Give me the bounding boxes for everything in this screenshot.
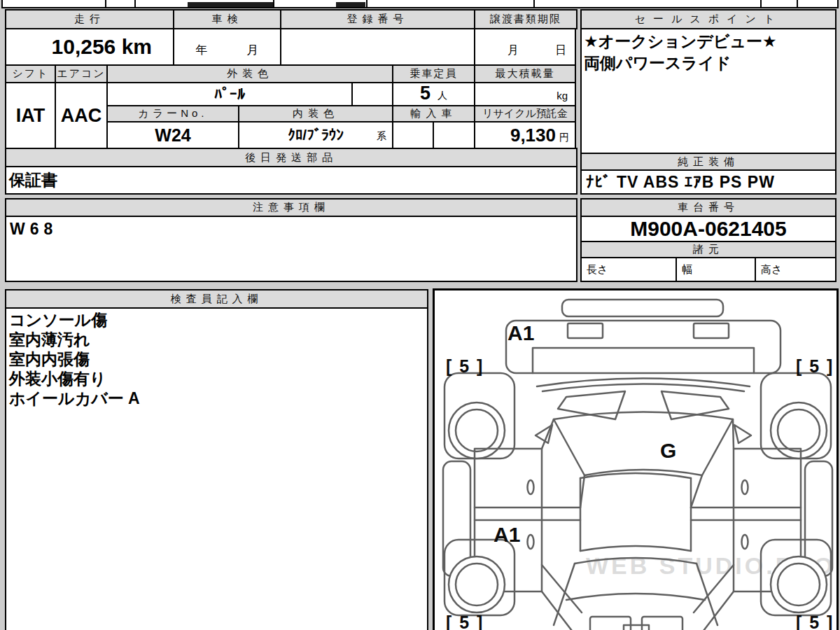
equipment-label: 純正装備	[678, 155, 739, 169]
inspector-line: 外装小傷有り	[9, 369, 427, 388]
auction-sheet-page: { "colors": { "page_bg": "#cdcdcd", "hea…	[0, 0, 840, 630]
notes-value-cell: W68	[5, 216, 578, 282]
capacity-value-cell: 5 人	[392, 82, 475, 106]
import-header: 輸入車	[392, 105, 475, 122]
capacity-unit: 人	[438, 90, 447, 102]
cropped-text-fragment	[336, 2, 365, 7]
inspection-month-label: 月	[247, 42, 259, 58]
inspection-header: 車検	[173, 9, 281, 29]
equipment-value-cell: ﾅﾋﾞ TV ABS ｴｱB PS PW	[580, 169, 836, 195]
import-label: 輸入車	[411, 107, 457, 120]
transfer-deadline-value-cell: 月 日	[474, 28, 576, 66]
exterior-color-blank-cell	[351, 82, 393, 106]
cropped-divider	[105, 0, 106, 7]
max-load-unit: kg	[556, 90, 568, 102]
tire-mark-front-left: [ 5 ]	[446, 356, 484, 377]
interior-color-label: 内装色	[293, 107, 339, 120]
later-parts-value: 保証書	[9, 169, 57, 191]
cropped-divider	[533, 0, 535, 7]
transfer-month-label: 月	[507, 43, 519, 58]
notes-label: 注意事項欄	[253, 201, 330, 214]
specs-label: 諸元	[693, 243, 724, 256]
later-parts-label: 後日発送部品	[245, 151, 337, 164]
recycle-unit: 円	[556, 126, 569, 144]
cropped-text-fragment	[188, 2, 273, 7]
tire-mark-rear-right: [ 5 ]	[796, 612, 834, 630]
sales-points-header: セールスポイント	[580, 9, 836, 29]
spec-height-label: 高さ	[761, 263, 782, 276]
interior-color-value: ｸﾛ/ﾌﾞﾗｳﾝ	[288, 127, 343, 144]
inspection-label: 車検	[212, 13, 243, 26]
recycle-value: 9,130	[510, 125, 556, 146]
recycle-header: リサイクル預託金	[474, 105, 576, 122]
mileage-header: 走行	[5, 9, 174, 29]
chassis-number-value: M900A-0621405	[630, 217, 787, 241]
cropped-divider	[366, 0, 368, 7]
sales-point-line: ★オークションデビュー★	[584, 31, 835, 52]
later-parts-header: 後日発送部品	[5, 148, 578, 167]
tire-mark-front-right: [ 5 ]	[796, 356, 834, 377]
color-no-value: W24	[155, 125, 190, 146]
sales-point-line: 両側パワースライド	[584, 52, 835, 74]
side-grade-mark: A1	[493, 523, 520, 547]
tire-mark-rear-left: [ 5 ]	[446, 612, 484, 630]
glass-grade-mark: G	[660, 439, 676, 463]
interior-color-value-cell: ｸﾛ/ﾌﾞﾗｳﾝ 系	[238, 121, 393, 149]
spec-height-cell: 高さ	[755, 257, 836, 282]
transfer-day-label: 日	[555, 43, 566, 58]
color-no-value-cell: W24	[106, 121, 239, 149]
inspector-label: 検査員記入欄	[171, 293, 263, 306]
registration-value-cell	[280, 28, 475, 66]
aircon-value-cell: AAC	[55, 82, 108, 149]
interior-color-header: 内装色	[238, 105, 393, 122]
cropped-divider	[760, 0, 762, 7]
registration-label: 登録番号	[347, 13, 409, 26]
recycle-label: リサイクル預託金	[482, 107, 568, 120]
color-no-header: カラーNo.	[106, 105, 239, 122]
spec-length-label: 長さ	[587, 263, 608, 276]
sales-points-body: ★オークションデビュー★ 両側パワースライド	[580, 28, 836, 154]
chassis-number-header: 車台番号	[580, 198, 836, 217]
mileage-value-cell: 10,256 km	[5, 28, 174, 66]
chassis-number-value-cell: M900A-0621405	[580, 216, 836, 242]
shift-header: シフト	[5, 64, 56, 83]
car-outline-drawing	[435, 290, 839, 630]
spec-width-cell: 幅	[676, 257, 756, 282]
max-load-value-cell: kg	[474, 82, 576, 106]
notes-value: W68	[10, 220, 57, 238]
transfer-deadline-header: 譲渡書類期限	[474, 9, 578, 29]
color-no-label: カラーNo.	[138, 107, 207, 120]
max-load-header: 最大積載量	[474, 64, 576, 83]
inspector-line: 室内薄汚れ	[9, 330, 427, 349]
inspector-header: 検査員記入欄	[5, 289, 428, 309]
import-blank-cell-1	[392, 121, 434, 149]
spec-length-cell: 長さ	[580, 257, 677, 282]
car-condition-diagram: WEB STUDIO.PRO	[433, 288, 839, 630]
chassis-number-label: 車台番号	[678, 201, 739, 214]
inspection-value-cell: 年 月	[173, 28, 281, 66]
inspection-year-label: 年	[196, 42, 208, 58]
import-blank-cell-2	[433, 121, 475, 149]
interior-color-suffix: 系	[377, 130, 386, 143]
equipment-value: ﾅﾋﾞ TV ABS ｴｱB PS PW	[586, 173, 775, 192]
aircon-label: エアコン	[57, 67, 105, 80]
shift-value: IAT	[16, 105, 46, 127]
aircon-value: AAC	[61, 105, 102, 127]
shift-label: シフト	[12, 67, 48, 80]
capacity-value: 5	[420, 84, 430, 102]
car-outline	[443, 300, 832, 630]
cropped-divider	[273, 0, 274, 7]
specs-header: 諸元	[580, 241, 836, 258]
inspector-line: 室内内張傷	[9, 349, 427, 369]
cropped-divider	[134, 0, 136, 7]
notes-header: 注意事項欄	[5, 198, 578, 217]
mileage-label: 走行	[74, 13, 105, 26]
transfer-deadline-label: 譲渡書類期限	[490, 13, 561, 26]
later-parts-value-cell: 保証書	[5, 166, 578, 195]
aircon-header: エアコン	[55, 64, 108, 83]
exterior-color-header: 外装色	[106, 64, 393, 83]
equipment-header: 純正装備	[580, 153, 836, 171]
inspector-line: コンソール傷	[9, 310, 427, 330]
exterior-color-value: ﾊﾟｰﾙ	[214, 85, 245, 104]
cropped-divider	[797, 0, 798, 7]
